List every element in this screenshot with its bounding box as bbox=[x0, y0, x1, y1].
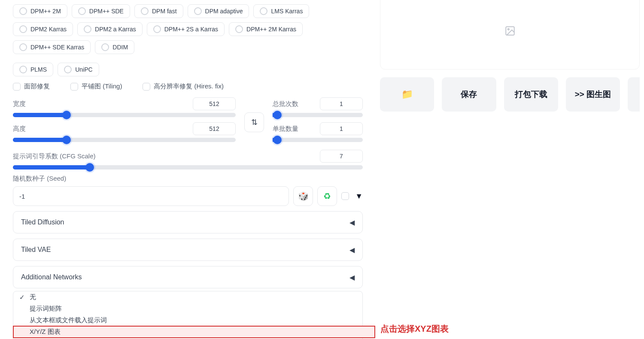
button-label: 打包下载 bbox=[515, 89, 547, 100]
sampler-option[interactable]: DPM++ SDE bbox=[72, 4, 130, 18]
accordion-additional-networks[interactable]: Additional Networks ◀ bbox=[13, 266, 363, 288]
folder-icon: 📁 bbox=[401, 89, 413, 100]
output-buttons: 📁 保存 打包下载 >> 图生图 bbox=[380, 77, 640, 112]
sampler-option[interactable]: DPM++ 2M bbox=[13, 4, 67, 18]
recycle-icon: ♻ bbox=[323, 191, 331, 201]
sampler-option[interactable]: DDIM bbox=[95, 40, 134, 54]
radio-icon bbox=[19, 25, 27, 33]
check-label: 平铺图 (Tiling) bbox=[82, 82, 122, 91]
radio-icon bbox=[19, 7, 27, 15]
sampler-label: LMS Karras bbox=[271, 8, 303, 15]
button-label: 保存 bbox=[461, 89, 477, 100]
height-slider: 高度 512 bbox=[13, 122, 236, 142]
restore-faces-check[interactable]: 面部修复 bbox=[13, 82, 50, 91]
accordion-label: Additional Networks bbox=[21, 273, 82, 281]
seed-input[interactable] bbox=[13, 186, 289, 206]
script-option-prompt-matrix[interactable]: 提示词矩阵 bbox=[13, 303, 362, 315]
radio-icon bbox=[64, 66, 72, 73]
reuse-seed-button[interactable]: ♻ bbox=[317, 186, 337, 206]
chevron-left-icon: ◀ bbox=[349, 246, 355, 254]
more-button[interactable] bbox=[628, 77, 640, 112]
output-preview bbox=[380, 0, 640, 70]
height-track[interactable] bbox=[13, 138, 236, 142]
zip-download-button[interactable]: 打包下载 bbox=[504, 77, 558, 112]
tiling-check[interactable]: 平铺图 (Tiling) bbox=[70, 82, 122, 91]
sampler-label: DPM++ 2M bbox=[30, 8, 61, 15]
sampler-label: DPM2 Karras bbox=[30, 26, 67, 33]
radio-icon bbox=[84, 25, 91, 33]
sampler-option[interactable]: LMS Karras bbox=[253, 4, 309, 18]
dims-right: 总批次数 1 单批数量 1 bbox=[273, 97, 363, 147]
swap-icon: ⇅ bbox=[251, 118, 258, 127]
checks-row: 面部修复 平铺图 (Tiling) 高分辨率修复 (Hires. fix) bbox=[13, 82, 363, 91]
sampler-label: PLMS bbox=[30, 66, 47, 73]
accordion-tiled-vae[interactable]: Tiled VAE ◀ bbox=[13, 239, 363, 261]
svg-point-1 bbox=[507, 29, 509, 30]
radio-icon bbox=[19, 66, 27, 73]
option-label: 提示词矩阵 bbox=[30, 305, 62, 313]
cfg-label: 提示词引导系数 (CFG Scale) bbox=[13, 152, 96, 160]
hires-fix-check[interactable]: 高分辨率修复 (Hires. fix) bbox=[143, 82, 224, 91]
sampler-option[interactable]: DPM++ 2M Karras bbox=[229, 22, 303, 36]
dims-grid: 宽度 512 高度 512 bbox=[13, 97, 363, 147]
sampler-label: DPM++ 2M Karras bbox=[246, 26, 296, 33]
sampler-option[interactable]: DPM fast bbox=[134, 4, 183, 18]
check-label: 高分辨率修复 (Hires. fix) bbox=[154, 82, 224, 91]
sampler-option[interactable]: DPM adaptive bbox=[188, 4, 249, 18]
sampler-option[interactable]: DPM2 a Karras bbox=[77, 22, 143, 36]
option-label: 从文本框或文件载入提示词 bbox=[30, 316, 107, 324]
batch-count-value[interactable]: 1 bbox=[320, 97, 363, 110]
batch-size-label: 单批数量 bbox=[273, 125, 298, 133]
checkbox-icon bbox=[13, 83, 21, 91]
left-panel: DPM++ 2M DPM++ SDE DPM fast DPM adaptive… bbox=[0, 0, 376, 339]
sampler-label: DPM2 a Karras bbox=[95, 26, 136, 33]
seed-label: 随机数种子 (Seed) bbox=[13, 175, 363, 183]
right-panel: 📁 保存 打包下载 >> 图生图 bbox=[376, 0, 644, 339]
swap-col: ⇅ bbox=[244, 97, 264, 147]
chevron-left-icon: ◀ bbox=[349, 218, 355, 227]
xyz-annotation: 点击选择XYZ图表 bbox=[380, 323, 449, 335]
swap-wh-button[interactable]: ⇅ bbox=[244, 112, 264, 132]
accordion-label: Tiled VAE bbox=[21, 246, 51, 254]
script-option-none[interactable]: ✓ 无 bbox=[13, 291, 362, 303]
width-slider: 宽度 512 bbox=[13, 97, 236, 117]
button-label: >> 图生图 bbox=[575, 89, 611, 100]
width-value[interactable]: 512 bbox=[193, 97, 236, 110]
sampler-option[interactable]: PLMS bbox=[13, 63, 53, 76]
accordion-label: Tiled Diffusion bbox=[21, 218, 64, 226]
cfg-value[interactable]: 7 bbox=[320, 150, 363, 163]
open-folder-button[interactable]: 📁 bbox=[380, 77, 434, 112]
script-option-xyz-plot[interactable]: X/Y/Z 图表 bbox=[13, 326, 375, 338]
seed-dropdown-arrow[interactable]: ▼ bbox=[355, 192, 363, 201]
image-icon bbox=[504, 25, 516, 36]
sampler-label: DPM++ 2S a Karras bbox=[164, 26, 218, 33]
sampler-option[interactable]: DPM++ SDE Karras bbox=[13, 40, 91, 54]
check-icon: ✓ bbox=[19, 294, 27, 301]
batch-size-slider: 单批数量 1 bbox=[273, 122, 363, 142]
cfg-block: 提示词引导系数 (CFG Scale) 7 bbox=[13, 150, 363, 170]
save-button[interactable]: 保存 bbox=[442, 77, 496, 112]
radio-icon bbox=[141, 7, 149, 15]
send-to-img2img-button[interactable]: >> 图生图 bbox=[566, 77, 620, 112]
sampler-option[interactable]: DPM2 Karras bbox=[13, 22, 73, 36]
extra-seed-checkbox[interactable] bbox=[341, 192, 349, 200]
width-track[interactable] bbox=[13, 113, 236, 117]
check-label: 面部修复 bbox=[24, 82, 50, 91]
accordion-tiled-diffusion[interactable]: Tiled Diffusion ◀ bbox=[13, 211, 363, 233]
batch-size-track[interactable] bbox=[273, 138, 363, 142]
sampler-option[interactable]: DPM++ 2S a Karras bbox=[147, 22, 225, 36]
sampler-option[interactable]: UniPC bbox=[58, 63, 99, 76]
option-label: X/Y/Z 图表 bbox=[30, 328, 61, 336]
random-seed-button[interactable]: 🎲 bbox=[293, 186, 313, 206]
height-value[interactable]: 512 bbox=[193, 122, 236, 135]
batch-count-track[interactable] bbox=[273, 113, 363, 117]
radio-icon bbox=[235, 25, 243, 33]
cfg-track[interactable] bbox=[13, 165, 363, 170]
sampler-label: DPM++ SDE Karras bbox=[30, 44, 84, 51]
sampler-label: DPM fast bbox=[152, 8, 177, 15]
checkbox-icon bbox=[70, 83, 78, 91]
batch-size-value[interactable]: 1 bbox=[320, 122, 363, 135]
script-option-prompts-from-file[interactable]: 从文本框或文件载入提示词 bbox=[13, 315, 362, 326]
height-label: 高度 bbox=[13, 125, 26, 133]
radio-icon bbox=[101, 43, 109, 51]
